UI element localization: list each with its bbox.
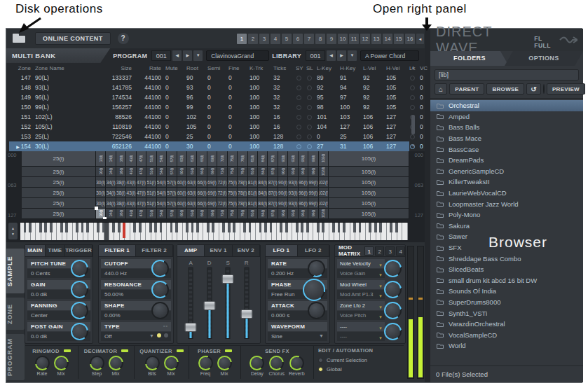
zone-map-cell[interactable]: 25(l)	[22, 167, 96, 176]
piano-black-key[interactable]	[186, 223, 189, 233]
dropdown-arrow-icon[interactable]: ▼	[319, 333, 324, 338]
table-row[interactable]: 151102(L)8852644100010200100161011031061…	[9, 112, 409, 122]
piano-root-key[interactable]	[123, 223, 125, 238]
zone-map-cell[interactable]: 25(l)	[22, 198, 96, 208]
mod-target-dropdown[interactable]: ----▼	[337, 332, 385, 341]
home-button[interactable]: ⌂	[435, 83, 447, 95]
zone-map-cell[interactable]: 38(l)	[116, 209, 126, 218]
table-row[interactable]: 15099(L)15625744100099001003298100921050	[9, 102, 409, 112]
zone-map-cell[interactable]: 102(l)	[319, 198, 329, 208]
folder-item[interactable]: Sakura	[430, 221, 583, 232]
zone-map-cell[interactable]: 51(l)	[146, 151, 156, 166]
piano-white-key[interactable]	[67, 223, 72, 240]
zone-map-cell[interactable]: 69(l)	[207, 167, 217, 176]
piano-white-key[interactable]	[319, 223, 324, 240]
help-icon[interactable]: ?	[118, 33, 129, 44]
zone-map-cell[interactable]: 60(l)	[177, 209, 187, 218]
attack-knob[interactable]	[308, 302, 325, 319]
chorus-knob[interactable]	[269, 356, 284, 370]
table-row[interactable]: ▶15430(L)6521264410003000100128273110612…	[9, 141, 409, 151]
zone-map-cell[interactable]: 34(l)	[106, 198, 116, 208]
bank-tab-9[interactable]: 9	[327, 34, 336, 44]
toggle-circle-icon[interactable]	[307, 125, 312, 130]
zone-map-cell[interactable]: 57(l)	[167, 151, 177, 166]
program-number[interactable]: 001	[151, 50, 171, 61]
zone-map-cell[interactable]: 78(l)	[238, 151, 247, 166]
column-header[interactable]: Fine	[226, 65, 247, 71]
zone-map-cell[interactable]: 34(l)	[106, 209, 116, 218]
mix-knob[interactable]	[109, 356, 123, 370]
fx-enable-led[interactable]	[177, 349, 184, 352]
adsr-slider-r[interactable]	[240, 267, 254, 340]
post-gain-knob[interactable]	[71, 323, 88, 340]
piano-white-key[interactable]	[371, 223, 376, 240]
zone-map-cell[interactable]: 38(l)	[116, 198, 126, 208]
zone-map-cell-selected[interactable]: 30(l)	[96, 209, 106, 218]
zone-map-cell[interactable]: 43(l)	[126, 167, 136, 176]
folder-item[interactable]: VocalSampleCD	[430, 329, 583, 340]
piano-white-key[interactable]	[31, 223, 36, 240]
column-header[interactable]: Zone	[9, 65, 33, 71]
piano-white-key[interactable]	[41, 223, 46, 240]
piano-white-key[interactable]	[272, 223, 277, 240]
zone-map-cell[interactable]: 87(l)	[268, 167, 278, 176]
zone-map-cell[interactable]: 81(l)	[248, 177, 258, 187]
piano-black-key[interactable]	[29, 223, 32, 233]
zone-map-cell[interactable]: 63(l)	[187, 167, 197, 176]
zone-map-cell[interactable]: 90(l)	[278, 198, 288, 208]
bank-tab-10[interactable]: 10	[338, 34, 348, 44]
tab-options[interactable]: OPTIONS	[505, 51, 583, 66]
zone-map-cell[interactable]: 81(l)	[248, 198, 258, 208]
tab-main[interactable]: MAIN	[25, 245, 46, 256]
zone-map-cell[interactable]: 78(l)	[238, 198, 247, 208]
tab-lfo-2[interactable]: LFO 2	[298, 245, 330, 256]
undo-button[interactable]: ↺	[526, 83, 541, 95]
zone-map-cell[interactable]: 84(l)	[258, 198, 268, 208]
zone-map-cell[interactable]: 43(l)	[126, 151, 136, 166]
folder-item[interactable]: SlicedBeats	[430, 264, 583, 275]
tab-env-1[interactable]: ENV 1	[205, 245, 232, 256]
piano-white-key[interactable]	[397, 223, 402, 240]
table-row[interactable]: 152105(L)1108194410001050010016104127106…	[9, 122, 409, 132]
piano-white-key[interactable]	[141, 223, 146, 240]
zone-map-cell[interactable]: 66(l)	[197, 209, 207, 218]
zone-map-cell[interactable]: 93(l)	[288, 177, 298, 187]
adsr-slider-d[interactable]	[203, 267, 217, 340]
piano-black-key[interactable]	[196, 223, 199, 233]
mod-matrix-tab-2[interactable]: 2	[375, 246, 384, 256]
piano-white-key[interactable]	[298, 223, 303, 240]
folder-item[interactable]: SuperDrums8000	[430, 297, 583, 308]
piano-white-key[interactable]	[20, 223, 25, 240]
zone-map-cell[interactable]: 96(l)	[299, 151, 308, 166]
piano-black-key[interactable]	[222, 223, 225, 233]
zone-map-cell[interactable]: 57(l)	[167, 209, 177, 218]
zone-map-cell[interactable]: 99(l)	[308, 177, 318, 187]
zone-map-cell[interactable]: 99(l)	[308, 198, 318, 208]
column-header[interactable]: Semi	[205, 65, 226, 71]
fx-enable-led[interactable]	[121, 349, 128, 352]
piano-white-key[interactable]	[287, 223, 292, 240]
table-scrollbar[interactable]: ▲ ▼	[410, 64, 416, 148]
zone-map-cell[interactable]: 51(l)	[146, 198, 156, 208]
zone-map-cell[interactable]: 102(l)	[319, 188, 329, 197]
zone-map-cell[interactable]: 38(l)	[116, 188, 126, 197]
piano-black-key[interactable]	[332, 223, 335, 233]
piano-white-key[interactable]	[203, 223, 208, 240]
zone-map-cell[interactable]: 63(l)	[187, 209, 197, 218]
mod-amount-knob[interactable]	[384, 260, 402, 277]
library-number[interactable]: 001	[306, 50, 325, 61]
tab-amp[interactable]: AMP	[177, 245, 205, 256]
zone-map-cell[interactable]: 47(l)	[137, 167, 146, 176]
zone-map-cell[interactable]: 72(l)	[217, 188, 227, 197]
bank-tab-11[interactable]: 11	[349, 34, 359, 44]
online-content-button[interactable]: ONLINE CONTENT	[35, 32, 111, 45]
piano-black-key[interactable]	[102, 223, 105, 233]
bank-tab-7[interactable]: 7	[304, 34, 314, 44]
piano-black-key[interactable]	[118, 223, 121, 233]
piano-white-key[interactable]	[230, 223, 235, 240]
mod-matrix-tab-4[interactable]: 4	[396, 246, 405, 256]
tab-filter-1[interactable]: FILTER 1	[99, 245, 136, 256]
zone-map-cell[interactable]: 87(l)	[268, 177, 278, 187]
zone-map-cell[interactable]: 43(l)	[126, 177, 136, 187]
piano-white-key[interactable]	[25, 223, 30, 240]
